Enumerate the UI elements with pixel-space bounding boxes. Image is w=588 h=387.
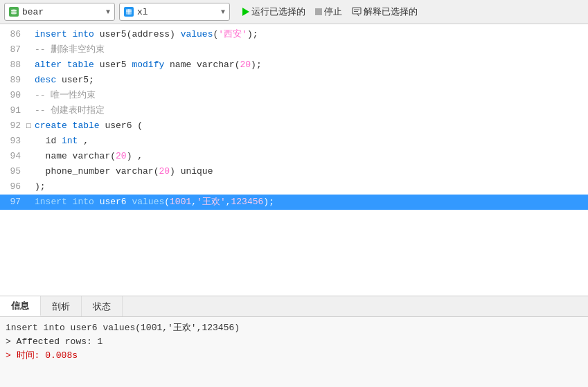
line-number: 86 (0, 27, 26, 42)
output-text-2: > Affected rows: 1 (6, 336, 103, 347)
line-number: 96 (0, 179, 26, 195)
explain-label: 解释已选择的 (364, 6, 418, 18)
fold-marker: □ (26, 118, 35, 134)
code-line-93: 93 id int , (0, 134, 588, 149)
output-line-1: insert into user6 values(1001,'王欢',12345… (6, 321, 582, 335)
bottom-tabs: 信息 剖析 状态 (0, 296, 588, 317)
tab-analyze[interactable]: 剖析 (41, 296, 82, 316)
code-line-88: 88 alter table user5 modify name varchar… (0, 57, 588, 73)
stop-button[interactable]: 停止 (312, 4, 345, 19)
run-label: 运行已选择的 (251, 6, 305, 18)
line-number: 92 (0, 118, 26, 134)
code-line-97: 97 insert into user6 values(1001,'王欢',12… (0, 195, 588, 210)
code-line-94: 94 name varchar(20) , (0, 149, 588, 164)
tab-analyze-label: 剖析 (52, 300, 70, 313)
db-green-icon (9, 7, 19, 17)
bottom-panel: 信息 剖析 状态 insert into user6 values(1001,'… (0, 296, 588, 387)
explain-button[interactable]: 解释已选择的 (349, 4, 420, 19)
line-content: ); (35, 179, 588, 195)
run-button[interactable]: 运行已选择的 (240, 4, 308, 19)
line-content: -- 创建表时指定 (35, 103, 588, 118)
code-line-86: 86 insert into user5(address) values('西安… (0, 27, 588, 42)
database-selector[interactable]: bear ▼ (4, 3, 115, 21)
svg-point-2 (11, 12, 17, 15)
toolbar-actions: 运行已选择的 停止 解释已选择的 (240, 4, 420, 19)
stop-label: 停止 (324, 6, 342, 18)
line-number: 93 (0, 134, 26, 149)
line-number: 94 (0, 149, 26, 164)
line-number: 95 (0, 164, 26, 179)
code-line-90: 90 -- 唯一性约束 (0, 88, 588, 103)
toolbar: bear ▼ xl ▼ 运行已选择的 停止 (0, 0, 588, 24)
output-line-3: > 时间: 0.008s (6, 349, 582, 363)
line-number: 90 (0, 88, 26, 103)
line-content: insert into user6 values(1001,'王欢',12345… (35, 195, 588, 210)
database-dropdown-arrow: ▼ (106, 8, 110, 16)
table-dropdown-arrow: ▼ (221, 8, 225, 16)
code-editor[interactable]: 86 insert into user5(address) values('西安… (0, 24, 588, 296)
code-line-92: 92 □ create table user6 ( (0, 118, 588, 134)
bottom-content: insert into user6 values(1001,'王欢',12345… (0, 317, 588, 387)
code-line-96: 96 ); (0, 179, 588, 195)
line-content: -- 删除非空约束 (35, 42, 588, 57)
tab-status-label: 状态 (93, 300, 111, 313)
output-text-1: insert into user6 values(1001,'王欢',12345… (6, 323, 240, 333)
code-line-95: 95 phone_number varchar(20) unique (0, 164, 588, 179)
code-line-91: 91 -- 创建表时指定 (0, 103, 588, 118)
line-content: -- 唯一性约束 (35, 88, 588, 103)
explain-icon (352, 7, 362, 17)
line-content: id int , (35, 134, 588, 149)
line-content: alter table user5 modify name varchar(20… (35, 57, 588, 73)
svg-rect-6 (353, 8, 361, 14)
code-line-87: 87 -- 删除非空约束 (0, 42, 588, 57)
tab-info-label: 信息 (11, 300, 29, 312)
output-text-3: > 时间: 0.008s (6, 350, 78, 361)
db-blue-icon (124, 7, 134, 17)
line-number: 89 (0, 73, 26, 88)
tab-info[interactable]: 信息 (0, 296, 41, 316)
line-number: 88 (0, 57, 26, 73)
line-number: 97 (0, 195, 26, 210)
line-content: insert into user5(address) values('西安'); (35, 27, 588, 42)
table-name: xl (137, 7, 217, 17)
table-selector[interactable]: xl ▼ (119, 3, 230, 21)
line-number: 87 (0, 42, 26, 57)
line-content: name varchar(20) , (35, 149, 588, 164)
line-content: phone_number varchar(20) unique (35, 164, 588, 179)
line-content: desc user5; (35, 73, 588, 88)
code-line-89: 89 desc user5; (0, 73, 588, 88)
run-icon (242, 8, 249, 16)
stop-icon (315, 8, 322, 15)
tab-status[interactable]: 状态 (82, 296, 123, 316)
line-content: create table user6 ( (35, 118, 588, 134)
line-number: 91 (0, 103, 26, 118)
output-line-2: > Affected rows: 1 (6, 335, 582, 349)
database-name: bear (22, 7, 103, 17)
